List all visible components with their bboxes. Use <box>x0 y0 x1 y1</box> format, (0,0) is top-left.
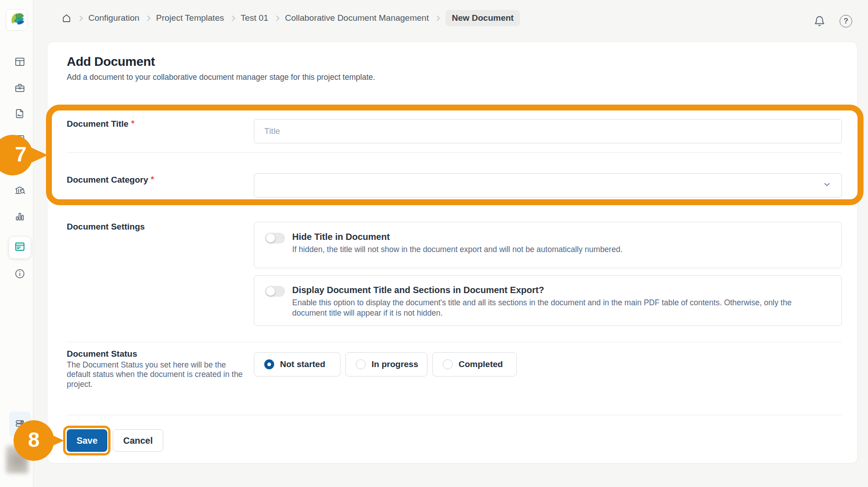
status-option-not-started[interactable]: Not started <box>254 352 340 377</box>
cancel-button[interactable]: Cancel <box>113 429 163 452</box>
chevron-right-icon <box>274 15 280 21</box>
callout-number-7: 7 <box>2 142 40 166</box>
leaf-logo-icon <box>8 10 26 30</box>
sidebar-item-projects[interactable] <box>14 82 26 94</box>
document-title-input[interactable] <box>254 119 842 143</box>
status-not-started-label: Not started <box>280 359 325 369</box>
save-button[interactable]: Save <box>67 429 107 452</box>
bank-search-icon <box>14 184 26 196</box>
setting-hide-title-description: If hidden, the title will not show in th… <box>292 244 623 255</box>
status-option-in-progress[interactable]: In progress <box>345 352 427 377</box>
sidebar-item-documents[interactable] <box>14 108 26 119</box>
document-category-label-text: Document Category <box>67 175 148 184</box>
document-icon <box>14 108 26 119</box>
document-settings-label: Document Settings <box>67 222 145 232</box>
document-title-label-text: Document Title <box>67 119 129 129</box>
document-template-icon <box>14 241 26 254</box>
section-divider <box>67 342 842 342</box>
dashboard-icon <box>14 56 26 68</box>
bell-icon[interactable] <box>813 15 826 28</box>
document-category-label: Document Category* <box>67 175 154 185</box>
callout-number-8: 8 <box>14 427 54 452</box>
breadcrumb-test-01[interactable]: Test 01 <box>241 13 268 23</box>
document-category-select[interactable] <box>254 173 842 198</box>
row-divider <box>67 152 842 153</box>
radio-unchecked-icon <box>356 359 366 369</box>
home-icon[interactable] <box>61 13 72 23</box>
setting-display-title-title: Display Document Title and Sections in D… <box>292 285 817 296</box>
sidebar-item-institutions[interactable] <box>14 184 26 196</box>
help-icon[interactable]: ? <box>840 15 852 28</box>
status-completed-label: Completed <box>459 359 503 369</box>
setting-hide-title-title: Hide Title in Document <box>292 231 623 243</box>
footer-divider <box>67 415 842 415</box>
breadcrumb-new-document-current: New Document <box>445 10 520 26</box>
app-logo[interactable] <box>6 9 28 31</box>
document-status-label: Document Status <box>67 349 137 359</box>
sidebar-item-info[interactable] <box>14 268 26 280</box>
radio-checked-icon <box>264 359 274 369</box>
sidebar-item-analytics[interactable] <box>14 211 26 222</box>
chevron-right-icon <box>434 15 440 21</box>
setting-hide-title: Hide Title in Document If hidden, the ti… <box>254 222 842 268</box>
required-asterisk: * <box>131 119 134 128</box>
page-subtitle: Add a document to your collaborative doc… <box>67 73 375 82</box>
chevron-down-icon <box>822 180 831 191</box>
topbar-actions: ? <box>813 15 852 28</box>
hide-title-toggle[interactable] <box>265 233 285 244</box>
setting-display-title-description: Enable this option to display the docume… <box>292 298 817 318</box>
document-status-description: The Document Status you set here will be… <box>67 360 243 389</box>
info-icon <box>14 268 26 280</box>
chevron-right-icon <box>77 15 83 21</box>
briefcase-icon <box>14 82 26 94</box>
document-title-label: Document Title* <box>67 119 134 129</box>
setting-text: Hide Title in Document If hidden, the ti… <box>292 231 623 255</box>
setting-text: Display Document Title and Sections in D… <box>292 285 817 318</box>
status-option-completed[interactable]: Completed <box>432 352 517 377</box>
sidebar <box>0 0 33 487</box>
breadcrumb: Configuration Project Templates Test 01 … <box>61 11 520 25</box>
required-asterisk: * <box>151 175 154 184</box>
breadcrumb-project-templates[interactable]: Project Templates <box>156 13 224 23</box>
sidebar-item-templates-active[interactable] <box>9 237 31 258</box>
breadcrumb-collaborative-document-management[interactable]: Collaborative Document Management <box>285 13 429 23</box>
bar-chart-icon <box>14 211 26 222</box>
page-title: Add Document <box>67 55 155 69</box>
status-in-progress-label: In progress <box>372 359 418 369</box>
breadcrumb-configuration[interactable]: Configuration <box>88 13 139 23</box>
setting-display-title-sections: Display Document Title and Sections in D… <box>254 275 842 326</box>
display-title-sections-toggle[interactable] <box>265 286 285 297</box>
radio-unchecked-icon <box>443 359 453 369</box>
chevron-right-icon <box>145 15 151 21</box>
sidebar-item-dashboard[interactable] <box>14 56 26 68</box>
chevron-right-icon <box>230 15 235 21</box>
